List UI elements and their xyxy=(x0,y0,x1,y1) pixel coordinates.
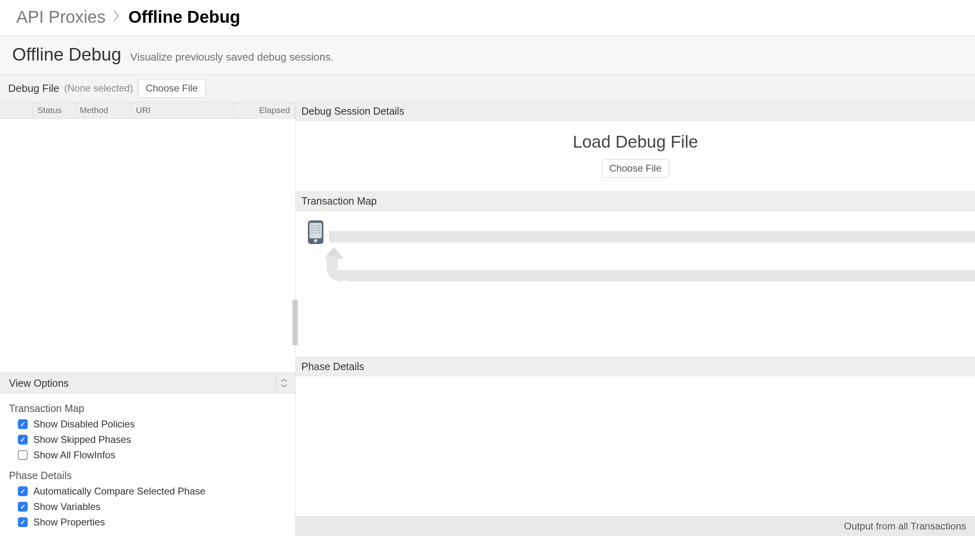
col-uri[interactable]: URI xyxy=(131,102,234,118)
svg-point-5 xyxy=(318,224,320,226)
choose-file-button-main[interactable]: Choose File xyxy=(602,159,669,178)
svg-point-9 xyxy=(318,227,320,228)
svg-point-11 xyxy=(314,229,315,231)
view-options-section-phase: Phase Details xyxy=(9,470,286,482)
svg-point-15 xyxy=(314,232,315,233)
page-title: Offline Debug xyxy=(12,44,121,65)
svg-point-13 xyxy=(318,229,320,231)
col-method[interactable]: Method xyxy=(75,102,131,118)
checkbox-show-skipped-phases[interactable]: ✓ xyxy=(18,435,28,445)
load-debug-file-area: Load Debug File Choose File xyxy=(296,121,975,192)
breadcrumb: API Proxies Offline Debug xyxy=(0,0,975,36)
output-footer-label: Output from all Transactions xyxy=(844,521,966,532)
checkbox-auto-compare-phase[interactable]: ✓ xyxy=(18,486,28,496)
svg-point-16 xyxy=(316,232,317,233)
breadcrumb-current: Offline Debug xyxy=(128,7,240,27)
checkbox-show-all-flowinfos[interactable] xyxy=(18,450,28,460)
label-show-all-flowinfos: Show All FlowInfos xyxy=(33,449,115,461)
chevron-right-icon xyxy=(113,9,121,25)
phone-icon xyxy=(307,220,324,246)
label-show-disabled-policies: Show Disabled Policies xyxy=(33,418,135,430)
output-footer[interactable]: Output from all Transactions xyxy=(296,516,975,536)
page-subtitle: Visualize previously saved debug session… xyxy=(130,51,334,63)
debug-session-details-header: Debug Session Details xyxy=(296,102,975,121)
transaction-map-body xyxy=(296,211,975,357)
svg-point-14 xyxy=(311,232,312,233)
debug-file-label: Debug File xyxy=(8,82,59,95)
label-show-properties: Show Properties xyxy=(33,516,105,528)
flow-line-request xyxy=(329,231,975,242)
svg-point-8 xyxy=(316,227,317,228)
col-elapsed[interactable]: Elapsed xyxy=(234,102,295,118)
svg-point-3 xyxy=(314,224,315,226)
label-auto-compare-phase: Automatically Compare Selected Phase xyxy=(33,486,205,497)
label-show-variables: Show Variables xyxy=(33,501,100,512)
right-panel: Debug Session Details Load Debug File Ch… xyxy=(296,102,975,536)
page-title-bar: Offline Debug Visualize previously saved… xyxy=(0,36,975,75)
label-show-skipped-phases: Show Skipped Phases xyxy=(33,434,131,445)
col-status[interactable]: Status xyxy=(33,102,75,118)
collapse-icon[interactable] xyxy=(276,376,291,390)
transaction-map-header: Transaction Map xyxy=(296,192,975,211)
svg-point-12 xyxy=(316,229,317,231)
flow-curve xyxy=(327,256,343,281)
checkbox-show-properties[interactable]: ✓ xyxy=(18,517,28,527)
debug-file-status: (None selected) xyxy=(64,83,133,94)
svg-point-17 xyxy=(318,232,320,233)
transactions-table-header: Status Method URI Elapsed xyxy=(0,102,295,119)
debug-file-bar: Debug File (None selected) Choose File xyxy=(0,75,975,102)
svg-point-6 xyxy=(311,227,312,228)
svg-point-10 xyxy=(311,229,312,231)
load-debug-file-title: Load Debug File xyxy=(296,132,975,152)
svg-point-2 xyxy=(311,224,312,226)
svg-point-18 xyxy=(314,239,317,242)
view-options-panel: View Options Transaction Map ✓ Show Disa… xyxy=(0,373,295,536)
view-options-section-tmap: Transaction Map xyxy=(9,403,286,414)
transactions-table-body xyxy=(0,119,295,373)
flow-line-response xyxy=(340,270,975,281)
view-options-title: View Options xyxy=(9,377,69,389)
left-panel: Status Method URI Elapsed View Options T… xyxy=(0,102,296,536)
svg-point-4 xyxy=(316,224,317,226)
svg-point-7 xyxy=(314,227,315,228)
phase-details-header: Phase Details xyxy=(296,357,975,376)
checkbox-show-variables[interactable]: ✓ xyxy=(18,502,28,512)
choose-file-button[interactable]: Choose File xyxy=(138,79,205,98)
checkbox-show-disabled-policies[interactable]: ✓ xyxy=(18,419,28,429)
phase-details-body xyxy=(296,376,975,516)
breadcrumb-parent[interactable]: API Proxies xyxy=(16,7,105,27)
view-options-header[interactable]: View Options xyxy=(0,373,295,394)
